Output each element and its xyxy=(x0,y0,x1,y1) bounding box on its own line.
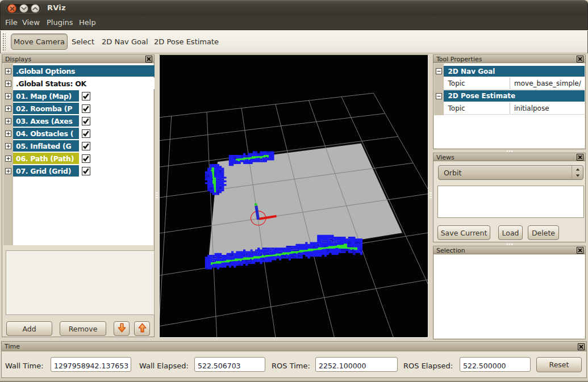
expander-plus-icon[interactable] xyxy=(5,81,11,87)
wall-time-label: Wall Time: xyxy=(5,362,44,370)
render-viewport-3d[interactable] xyxy=(159,54,428,338)
enabled-checkbox[interactable] xyxy=(82,154,90,163)
checkmark-icon xyxy=(82,167,89,174)
window-maximize-button[interactable] xyxy=(31,4,40,13)
displays-help-area xyxy=(6,250,155,315)
camera-type-dropdown[interactable]: Orbit xyxy=(438,165,583,180)
displays-panel-header[interactable]: Displays xyxy=(2,55,154,63)
tool-move-camera-button[interactable]: Move Camera xyxy=(11,33,68,50)
tree-row-label: 02. Roomba (P xyxy=(13,103,79,114)
tool-2d-pose-estimate-button[interactable]: 2D Pose Estimate xyxy=(154,37,219,46)
remove-display-button[interactable]: Remove xyxy=(60,321,106,336)
reset-time-button[interactable]: Reset xyxy=(536,357,582,372)
save-current-view-button[interactable]: Save Current xyxy=(437,225,490,240)
tree-row-path[interactable]: 06. Path (Path) xyxy=(3,153,153,165)
views-header[interactable]: Views xyxy=(433,153,585,161)
window-close-button[interactable] xyxy=(7,4,16,13)
property-row-topic[interactable]: Topic initialpose xyxy=(434,103,585,115)
enabled-checkbox[interactable] xyxy=(82,104,90,113)
window-title: RViz xyxy=(47,3,66,12)
splitter-right[interactable] xyxy=(428,54,433,337)
enabled-checkbox[interactable] xyxy=(82,142,90,150)
expander-plus-icon[interactable] xyxy=(5,156,11,162)
property-key: Topic xyxy=(444,103,510,115)
tree-row-grid[interactable]: 07. Grid (Grid) xyxy=(3,165,153,178)
toolbar-drag-handle-icon[interactable] xyxy=(2,32,6,51)
tree-row-label: .Global Options xyxy=(13,65,155,77)
close-icon xyxy=(10,6,15,11)
move-display-down-button[interactable] xyxy=(114,321,130,336)
displays-close-button[interactable] xyxy=(145,56,152,62)
tree-row-label: 06. Path (Path) xyxy=(13,153,79,164)
tool-properties-close-button[interactable] xyxy=(577,56,583,62)
expander-plus-icon[interactable] xyxy=(5,168,11,174)
time-close-button[interactable] xyxy=(578,343,585,350)
tree-row-label: 01. Map (Map) xyxy=(13,90,79,102)
tree-row-obstacles[interactable]: 04. Obstacles ( xyxy=(3,128,153,140)
expander-plus-icon[interactable] xyxy=(5,131,11,137)
load-view-button[interactable]: Load xyxy=(498,225,523,240)
tool-group-2d-nav-goal[interactable]: 2D Nav Goal xyxy=(434,66,585,78)
tool-2d-nav-goal-button[interactable]: 2D Nav Goal xyxy=(102,37,148,46)
tree-row-value-cell xyxy=(80,115,154,127)
saved-views-list[interactable] xyxy=(437,186,584,218)
add-display-button[interactable]: Add xyxy=(6,321,52,336)
menu-help[interactable]: Help xyxy=(79,18,96,27)
menu-plugins[interactable]: Plugins xyxy=(47,18,73,27)
menu-view[interactable]: View xyxy=(22,18,40,27)
close-icon xyxy=(147,57,151,61)
property-row-topic[interactable]: Topic move_base_simple/ xyxy=(434,78,585,90)
titlebar[interactable]: RViz xyxy=(0,0,588,15)
tool-properties-header[interactable]: Tool Properties xyxy=(433,55,585,63)
tool-group-2d-pose-estimate[interactable]: 2D Pose Estimate xyxy=(434,90,585,103)
views-body: Orbit Save Current Load Delete xyxy=(434,162,585,241)
ros-elapsed-field[interactable] xyxy=(460,357,531,372)
property-key: Topic xyxy=(444,78,510,90)
wall-time-field[interactable] xyxy=(51,357,131,372)
close-icon xyxy=(578,57,582,61)
time-header[interactable]: Time xyxy=(2,342,586,351)
property-value[interactable]: initialpose xyxy=(510,103,585,115)
expander-plus-icon[interactable] xyxy=(5,93,11,99)
selection-close-button[interactable] xyxy=(577,247,583,254)
expander-plus-icon[interactable] xyxy=(5,143,11,149)
tool-select-button[interactable]: Select xyxy=(72,37,94,46)
menu-file[interactable]: File xyxy=(5,18,18,27)
splitter-left[interactable] xyxy=(155,54,159,337)
ros-time-field[interactable] xyxy=(315,357,398,372)
close-icon xyxy=(578,248,582,253)
move-display-up-button[interactable] xyxy=(134,321,150,336)
expander-plus-icon[interactable] xyxy=(5,68,11,74)
selection-panel: Selection xyxy=(433,246,586,339)
tree-row-roomba[interactable]: 02. Roomba (P xyxy=(3,103,153,115)
tool-group-label: 2D Nav Goal xyxy=(444,66,585,77)
time-title: Time xyxy=(5,343,20,350)
expander-plus-icon[interactable] xyxy=(5,106,11,112)
enabled-checkbox[interactable] xyxy=(82,92,90,100)
window-minimize-button[interactable] xyxy=(19,4,28,13)
tree-row-inflated[interactable]: 05. Inflated (G xyxy=(3,140,153,153)
close-icon xyxy=(578,155,582,159)
wall-elapsed-field[interactable] xyxy=(194,357,265,372)
enabled-checkbox[interactable] xyxy=(82,117,90,125)
tree-row-global-options[interactable]: .Global Options xyxy=(3,65,153,78)
tree-row-global-status[interactable]: .Global Status: OK xyxy=(3,78,153,90)
expander-minus-icon[interactable] xyxy=(436,68,442,74)
wall-elapsed-label: Wall Elapsed: xyxy=(139,362,189,370)
expander-minus-icon[interactable] xyxy=(436,93,442,99)
tree-row-label: 05. Inflated (G xyxy=(13,140,79,152)
enabled-checkbox[interactable] xyxy=(82,129,90,138)
views-close-button[interactable] xyxy=(577,154,583,161)
selection-header[interactable]: Selection xyxy=(433,246,585,254)
expander-plus-icon[interactable] xyxy=(5,118,11,124)
tool-properties-panel: Tool Properties 2D Nav Goal Topic move_b… xyxy=(433,54,586,149)
tree-row-label: 03. Axes (Axes xyxy=(13,115,79,127)
close-icon xyxy=(579,345,583,349)
property-value[interactable]: move_base_simple/ xyxy=(510,78,585,90)
scene-3d xyxy=(160,55,428,337)
displays-tree: .Global Options .Global Status: OK 01. M… xyxy=(3,64,153,245)
delete-view-button[interactable]: Delete xyxy=(528,225,559,240)
tree-row-map[interactable]: 01. Map (Map) xyxy=(3,90,153,103)
enabled-checkbox[interactable] xyxy=(82,167,90,175)
tree-row-axes[interactable]: 03. Axes (Axes xyxy=(3,115,153,128)
